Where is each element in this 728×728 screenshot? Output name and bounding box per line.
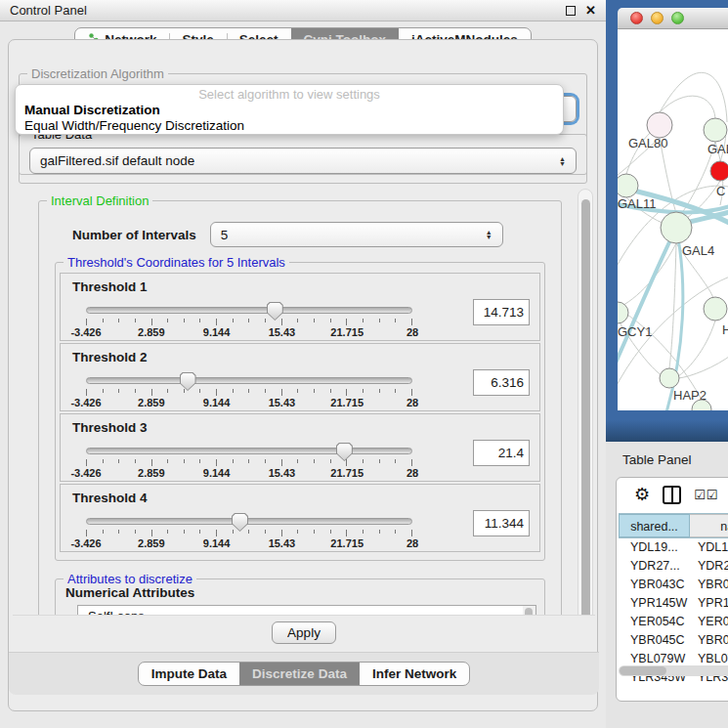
threshold-label: Threshold 1 <box>72 279 148 294</box>
settings-vertical-scrollbar[interactable] <box>578 189 593 648</box>
tab-infer-network[interactable]: Infer Network <box>360 663 469 685</box>
gear-icon[interactable]: ⚙ <box>634 486 650 503</box>
scale-label: 21.715 <box>330 397 364 408</box>
threshold-row: Threshold 2-3.4262.8599.14415.4321.71528… <box>60 343 540 411</box>
threshold-value-field[interactable]: 21.4 <box>473 440 530 466</box>
table-data-combobox[interactable]: galFiltered.sif default node ▲▼ <box>29 148 577 174</box>
stepper-icon: ▲▼ <box>559 156 566 166</box>
scale-label: -3.426 <box>70 397 101 408</box>
tab-impute-data[interactable]: Impute Data <box>139 663 239 685</box>
scale-label: 9.144 <box>203 467 231 479</box>
network-node[interactable] <box>647 112 672 138</box>
number-of-intervals-combobox[interactable]: 5 ▲▼ <box>210 222 503 247</box>
control-panel-titlebar: Control Panel ✕ <box>0 0 606 21</box>
scale-label: 9.144 <box>203 537 231 549</box>
table-data-value: galFiltered.sif default node <box>40 153 194 168</box>
threshold-label: Threshold 2 <box>72 350 148 364</box>
cell-name: YDR27... <box>690 557 728 576</box>
threshold-value-field[interactable]: 14.713 <box>473 299 530 325</box>
slider-track[interactable] <box>86 518 412 525</box>
network-node-label: GCY1 <box>618 324 652 339</box>
number-of-intervals-value: 5 <box>221 228 229 242</box>
panel-title: Control Panel <box>10 3 87 18</box>
slider-track[interactable] <box>86 307 412 314</box>
table-header-row: shared... name <box>619 513 728 538</box>
network-node[interactable] <box>660 368 679 388</box>
network-node[interactable] <box>661 212 692 243</box>
table-row[interactable]: YBR043CYBR043C <box>619 576 728 594</box>
network-node[interactable] <box>618 302 628 323</box>
popup-item-equal-width[interactable]: Equal Width/Frequency Discretization <box>16 118 563 134</box>
network-node-label: GAL80 <box>628 136 667 150</box>
network-node-label: GAL <box>707 142 728 156</box>
float-window-icon[interactable] <box>566 6 576 16</box>
close-traffic-light-icon[interactable] <box>630 12 643 24</box>
attributes-group-label: Attributes to discretize <box>64 572 196 586</box>
network-node-label: H <box>722 322 728 337</box>
settings-scroll-area: Interval Definition Number of Intervals … <box>13 189 595 648</box>
slider-scale: -3.4262.8599.14415.4321.71528 <box>86 467 412 479</box>
slider-scale: -3.4262.8599.14415.4321.71528 <box>86 326 412 338</box>
cell-shared-name: YBR043C <box>619 576 690 594</box>
network-edge-thick[interactable] <box>618 228 676 369</box>
stepper-icon: ▲▼ <box>486 230 492 239</box>
numerical-attributes-label: Numerical Attributes <box>65 585 194 600</box>
network-node[interactable] <box>618 174 638 197</box>
discretization-algorithm-label: Discretization Algorithm <box>27 66 168 81</box>
thresholds-group: Threshold's Coordinates for 5 Intervals … <box>55 262 545 561</box>
table-row[interactable]: YDL19...YDL19... <box>619 538 728 557</box>
zoom-traffic-light-icon[interactable] <box>671 12 684 24</box>
slider-ticks <box>86 319 412 325</box>
network-node[interactable] <box>710 161 728 181</box>
scale-label: 9.144 <box>203 397 231 408</box>
network-node[interactable] <box>704 118 727 142</box>
network-edge[interactable] <box>618 243 676 309</box>
network-edge[interactable] <box>669 243 676 368</box>
threshold-value-field[interactable]: 6.316 <box>473 369 530 396</box>
control-panel: Control Panel ✕ Network Style Select Cyn… <box>0 0 606 728</box>
select-checkboxes-icon[interactable]: ☑☑ <box>694 488 718 502</box>
cell-shared-name: YPR145W <box>619 594 690 613</box>
network-canvas[interactable]: GAL80GALCGAL11GAL4GCY1HHAP2 <box>618 29 728 410</box>
table-row[interactable]: YER054CYER054C <box>619 613 728 631</box>
cell-name: YPR145W <box>690 594 728 613</box>
scale-label: 15.43 <box>269 467 296 479</box>
scale-label: 2.859 <box>138 537 165 549</box>
table-data-group: Table Data galFiltered.sif default node … <box>19 134 587 184</box>
minimize-traffic-light-icon[interactable] <box>651 12 664 24</box>
network-window-titlebar <box>618 8 728 29</box>
cell-name: YDL19... <box>690 538 728 557</box>
slider-track[interactable] <box>86 377 412 384</box>
popup-item-manual-discretization[interactable]: Manual Discretization <box>16 103 563 118</box>
scale-label: 15.43 <box>269 537 296 549</box>
window-frame-shadow <box>606 420 728 442</box>
threshold-label: Threshold 3 <box>72 420 148 435</box>
table-row[interactable]: YBR045CYBR045C <box>619 631 728 650</box>
network-node-label: GAL4 <box>682 243 714 258</box>
tab-impute-data-label: Impute Data <box>151 666 227 681</box>
column-header-shared[interactable]: shared... <box>619 514 690 537</box>
apply-button[interactable]: Apply <box>272 621 336 644</box>
threshold-value-field[interactable]: 11.344 <box>473 510 530 536</box>
cell-shared-name: YER054C <box>619 613 690 631</box>
table-horizontal-scrollbar[interactable] <box>619 665 728 676</box>
network-node-label: GAL11 <box>618 196 657 211</box>
table-row[interactable]: YDR27...YDR27... <box>619 557 728 576</box>
split-columns-icon[interactable] <box>663 486 681 504</box>
network-node[interactable] <box>704 297 727 321</box>
close-icon[interactable]: ✕ <box>585 6 596 16</box>
network-edge[interactable] <box>618 305 702 400</box>
scale-label: 15.43 <box>269 326 296 338</box>
cell-shared-name: YDL19... <box>619 538 690 557</box>
cell-shared-name: YDR27... <box>619 557 690 576</box>
table-row[interactable]: YPR145WYPR145W <box>619 594 728 613</box>
slider-track[interactable] <box>86 448 412 454</box>
network-edge[interactable] <box>660 72 727 122</box>
table-panel-title: Table Panel <box>606 442 728 467</box>
column-header-name[interactable]: name <box>690 514 728 537</box>
threshold-row: Threshold 4-3.4262.8599.14415.4321.71528… <box>60 484 540 552</box>
thresholds-group-label: Threshold's Coordinates for 5 Intervals <box>64 255 289 270</box>
tab-discretize-data[interactable]: Discretize Data <box>239 663 360 685</box>
number-of-intervals-label: Number of Intervals <box>72 228 196 242</box>
slider-ticks <box>86 389 412 396</box>
